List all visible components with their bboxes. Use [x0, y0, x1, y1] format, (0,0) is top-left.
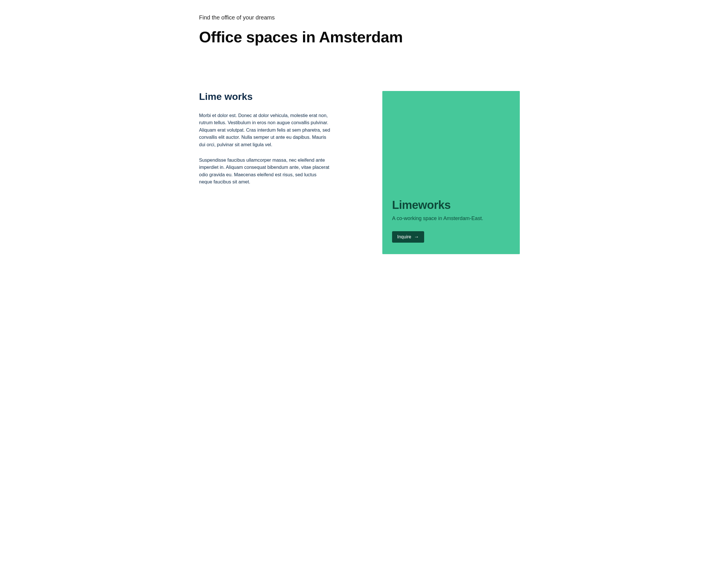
inquire-button-label: Inquire	[397, 234, 411, 240]
listing-heading: Lime works	[199, 91, 331, 102]
inquire-button[interactable]: Inquire →	[392, 231, 424, 243]
content-row: Lime works Morbi et dolor est. Donec at …	[199, 91, 532, 254]
card-subtitle: A co-working space in Amsterdam-East.	[392, 216, 510, 222]
page-container: Find the office of your dreams Office sp…	[189, 0, 539, 277]
listing-text-column: Lime works Morbi et dolor est. Donec at …	[199, 91, 331, 194]
listing-paragraph: Morbi et dolor est. Donec at dolor vehic…	[199, 112, 331, 149]
arrow-right-icon: →	[414, 234, 419, 239]
page-title: Office spaces in Amsterdam	[199, 29, 532, 45]
listing-card: Limeworks A co-working space in Amsterda…	[382, 91, 520, 254]
listing-paragraph: Suspendisse faucibus ullamcorper massa, …	[199, 157, 331, 186]
card-title: Limeworks	[392, 199, 510, 212]
eyebrow-text: Find the office of your dreams	[199, 14, 532, 21]
